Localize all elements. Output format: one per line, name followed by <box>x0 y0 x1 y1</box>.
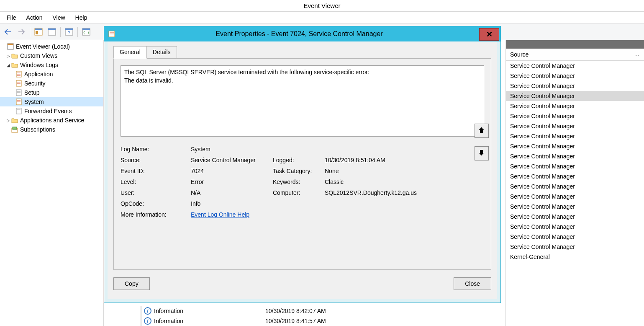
event-nav-buttons: 🡅 🡇 <box>475 124 489 160</box>
source-row[interactable]: Service Control Manager <box>506 161 644 171</box>
dialog-icon <box>108 30 116 38</box>
prev-event-button[interactable]: 🡅 <box>475 124 489 138</box>
prop-value-computer: SQL2012SVR.Dougherty.k12.ga.us <box>325 189 417 196</box>
event-level: Information <box>154 318 265 324</box>
source-row[interactable]: Kernel-General <box>506 252 644 262</box>
tree-system[interactable]: System <box>0 97 103 106</box>
prop-value-level: Error <box>191 179 273 185</box>
tree-application[interactable]: Application <box>0 70 103 79</box>
next-event-button[interactable]: 🡇 <box>475 146 489 160</box>
tree-custom-views[interactable]: ▷ Custom Views <box>0 51 103 60</box>
column-header-source[interactable]: Source ︿ <box>506 49 644 61</box>
menu-view[interactable]: View <box>48 13 69 23</box>
prop-label-keywords: Keywords: <box>273 179 325 185</box>
source-row[interactable]: Service Control Manager <box>506 232 644 242</box>
tree-label: Subscriptions <box>20 126 55 133</box>
source-row[interactable]: Service Control Manager <box>506 222 644 232</box>
event-log-help-link[interactable]: Event Log Online Help <box>191 211 249 218</box>
refresh-button[interactable] <box>80 26 92 38</box>
menu-file[interactable]: File <box>3 13 21 23</box>
prop-value-opcode: Info <box>191 200 273 207</box>
source-row[interactable]: Service Control Manager <box>506 91 644 101</box>
menubar: File Action View Help <box>0 12 644 23</box>
prop-value-user: N/A <box>191 189 273 196</box>
event-message[interactable]: The SQL Server (MSSQLSERVER) service ter… <box>121 65 484 137</box>
tab-details[interactable]: Details <box>146 46 177 59</box>
properties-button[interactable] <box>46 26 58 38</box>
source-row[interactable]: Service Control Manager <box>506 171 644 181</box>
source-row[interactable]: Service Control Manager <box>506 141 644 151</box>
menu-action[interactable]: Action <box>22 13 47 23</box>
log-icon <box>15 70 23 78</box>
tree-label: Application <box>24 71 53 78</box>
panel-header-bar <box>506 40 644 49</box>
event-row[interactable]: i Information 10/30/2019 8:42:07 AM <box>141 306 504 316</box>
prop-value-logname: System <box>191 146 273 153</box>
copy-button[interactable]: Copy <box>113 277 150 290</box>
log-icon <box>15 98 23 106</box>
window-icon <box>48 28 56 36</box>
source-row[interactable]: Service Control Manager <box>506 212 644 222</box>
tab-general[interactable]: General <box>113 46 147 59</box>
tree-windows-logs[interactable]: ◢ Windows Logs <box>0 60 103 70</box>
info-icon: i <box>144 317 151 325</box>
source-row[interactable]: Service Control Manager <box>506 202 644 212</box>
source-row[interactable]: Service Control Manager <box>506 101 644 111</box>
tree-security[interactable]: Security <box>0 79 103 88</box>
navigation-tree[interactable]: Event Viewer (Local) ▷ Custom Views ◢ Wi… <box>0 40 104 326</box>
source-list[interactable]: Service Control ManagerService Control M… <box>506 61 644 326</box>
collapse-icon[interactable]: ◢ <box>6 63 11 67</box>
prop-label-moreinfo: More Information: <box>121 211 191 218</box>
menu-help[interactable]: Help <box>71 13 92 23</box>
source-row[interactable]: Service Control Manager <box>506 81 644 91</box>
source-row[interactable]: Service Control Manager <box>506 61 644 71</box>
source-row[interactable]: Service Control Manager <box>506 121 644 131</box>
tree-label: Windows Logs <box>20 62 58 68</box>
question-icon: ? <box>65 28 73 36</box>
tree-subscriptions[interactable]: Subscriptions <box>0 125 103 134</box>
svg-rect-25 <box>16 108 21 114</box>
back-button[interactable] <box>2 26 14 38</box>
source-row[interactable]: Service Control Manager <box>506 151 644 161</box>
svg-rect-6 <box>65 28 73 30</box>
tree-setup[interactable]: Setup <box>0 88 103 97</box>
source-row[interactable]: Service Control Manager <box>506 191 644 202</box>
arrow-up-icon: 🡅 <box>478 127 485 135</box>
log-icon <box>15 89 23 96</box>
dialog-close-button[interactable]: ✕ <box>479 28 499 41</box>
event-datetime: 10/30/2019 8:42:07 AM <box>265 308 378 314</box>
forward-button[interactable] <box>15 26 28 38</box>
dialog-titlebar[interactable]: Event Properties - Event 7024, Service C… <box>104 26 500 41</box>
prop-label-user: User: <box>121 189 191 196</box>
expand-icon[interactable]: ▷ <box>6 118 11 123</box>
source-row[interactable]: Service Control Manager <box>506 181 644 191</box>
prop-label-opcode: OpCode: <box>121 200 191 207</box>
svg-rect-4 <box>48 28 56 30</box>
event-row[interactable]: i Information 10/30/2019 8:41:57 AM <box>141 316 504 326</box>
prop-value-source: Service Control Manager <box>191 157 273 163</box>
tree-label: Security <box>24 80 46 87</box>
source-row[interactable]: Service Control Manager <box>506 71 644 81</box>
pane-icon <box>34 28 43 36</box>
close-icon: ✕ <box>486 30 493 39</box>
tree-forwarded[interactable]: Forwarded Events <box>0 106 103 116</box>
tree-root[interactable]: Event Viewer (Local) <box>0 42 103 51</box>
event-level: Information <box>154 308 265 314</box>
event-properties-dialog: Event Properties - Event 7024, Service C… <box>104 26 501 303</box>
tree-label: Setup <box>24 89 40 96</box>
window-titlebar: Event Viewer <box>0 0 644 12</box>
info-icon: i <box>144 307 151 315</box>
prop-label-source: Source: <box>121 157 191 163</box>
tree-apps-services[interactable]: ▷ Applications and Service <box>0 116 103 125</box>
close-button[interactable]: Close <box>454 277 491 290</box>
source-row[interactable]: Service Control Manager <box>506 131 644 141</box>
expand-icon[interactable]: ▷ <box>6 54 11 58</box>
folder-icon <box>11 116 18 124</box>
find-button[interactable]: ? <box>63 26 75 38</box>
subscription-icon <box>11 126 18 133</box>
source-row[interactable]: Service Control Manager <box>506 242 644 252</box>
show-hide-tree-button[interactable] <box>32 26 45 38</box>
svg-rect-2 <box>36 31 38 34</box>
source-row[interactable]: Service Control Manager <box>506 111 644 121</box>
scroll-up-icon[interactable]: ︿ <box>635 52 640 58</box>
